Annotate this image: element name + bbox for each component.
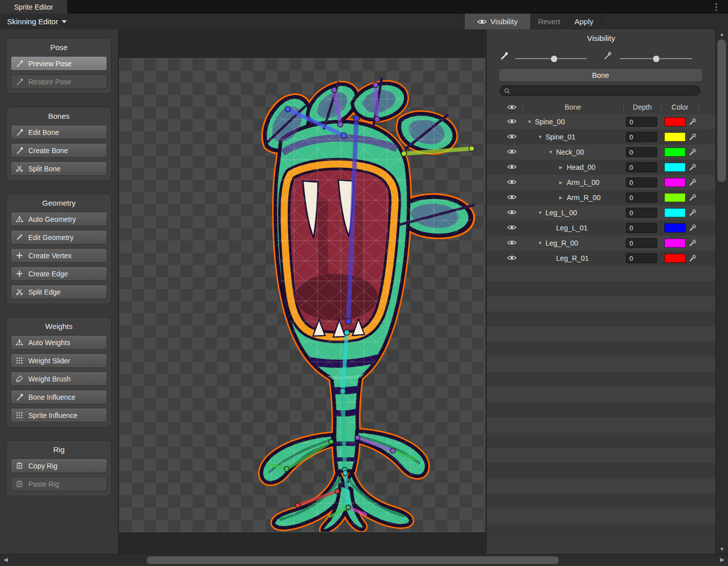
bone-opacity-slider[interactable] xyxy=(515,58,587,59)
tool-section-bones: Bones Edit Bone Create Bone Split Bone xyxy=(6,107,112,181)
paste-rig-button[interactable]: Paste Rig xyxy=(11,477,107,491)
slider-knob[interactable] xyxy=(652,55,660,63)
bone-row-head_00[interactable]: ▶ Head_00 xyxy=(487,160,716,175)
kebab-menu-icon[interactable]: ⋮ xyxy=(712,2,721,12)
eyedropper-icon[interactable] xyxy=(689,194,696,202)
eye-icon[interactable] xyxy=(507,133,517,141)
bone-color-swatch[interactable] xyxy=(664,117,686,126)
eyedropper-icon[interactable] xyxy=(689,164,696,171)
depth-input[interactable] xyxy=(626,117,657,127)
split-bone-button[interactable]: Split Bone xyxy=(11,161,107,176)
bone-influence-button[interactable]: Bone Influence xyxy=(11,390,107,404)
bone-color-swatch[interactable] xyxy=(664,163,686,172)
preview-pose-button[interactable]: Preview Pose xyxy=(11,56,107,71)
eye-icon[interactable] xyxy=(507,209,517,217)
scroll-down-icon[interactable]: ▼ xyxy=(716,546,728,552)
eye-icon[interactable] xyxy=(507,224,517,232)
mesh-opacity-slider[interactable] xyxy=(620,58,692,59)
eyedropper-icon[interactable] xyxy=(689,133,696,141)
eyedropper-icon[interactable] xyxy=(689,255,696,262)
depth-input[interactable] xyxy=(626,177,657,187)
bone-color-swatch[interactable] xyxy=(664,239,686,248)
empty-row xyxy=(487,493,716,508)
expander-icon[interactable]: ▶ xyxy=(559,195,567,200)
bone-row-neck_00[interactable]: ▼ Neck_00 xyxy=(487,145,716,160)
bone-tab[interactable]: Bone xyxy=(499,69,702,81)
expander-icon[interactable]: ▶ xyxy=(559,165,567,170)
expander-icon[interactable]: ▼ xyxy=(549,150,556,155)
eye-icon[interactable] xyxy=(507,148,517,156)
bone-row-leg_l_00[interactable]: ▼ Leg_L_00 xyxy=(487,205,716,220)
copy-rig-button[interactable]: Copy Rig xyxy=(11,458,107,473)
eye-icon[interactable] xyxy=(507,178,517,186)
eyedropper-icon[interactable] xyxy=(689,209,696,217)
depth-input[interactable] xyxy=(626,162,657,172)
bone-color-swatch[interactable] xyxy=(664,132,686,142)
depth-input[interactable] xyxy=(626,132,657,142)
horizontal-scrollbar[interactable]: ◀ ▶ xyxy=(0,554,728,566)
weight-slider-button[interactable]: Weight Slider xyxy=(11,353,107,368)
apply-button[interactable]: Apply xyxy=(568,14,600,29)
eyedropper-icon[interactable] xyxy=(689,149,696,156)
split-edge-button[interactable]: Split Edge xyxy=(11,285,107,299)
depth-input[interactable] xyxy=(626,238,657,248)
scroll-up-icon[interactable]: ▲ xyxy=(716,31,728,37)
restore-pose-button[interactable]: Restore Pose xyxy=(11,74,107,89)
expander-icon[interactable]: ▼ xyxy=(538,210,545,215)
search-box[interactable] xyxy=(499,85,700,96)
mode-dropdown[interactable]: Skinning Editor xyxy=(4,14,70,29)
expander-icon[interactable]: ▶ xyxy=(559,180,567,185)
depth-input[interactable] xyxy=(626,147,657,157)
depth-input[interactable] xyxy=(626,193,657,203)
edit-geometry-button[interactable]: Edit Geometry xyxy=(11,230,107,245)
auto-geometry-button[interactable]: Auto Geometry xyxy=(11,212,107,226)
edit-bone-button[interactable]: Edit Bone xyxy=(11,125,107,139)
bone-row-spine_00[interactable]: ▼ Spine_00 xyxy=(487,114,716,129)
create-vertex-button[interactable]: Create Vertex xyxy=(11,248,107,263)
depth-input[interactable] xyxy=(626,208,657,218)
eyedropper-icon[interactable] xyxy=(689,224,696,232)
eye-icon[interactable] xyxy=(507,118,517,126)
horizontal-scrollbar-thumb[interactable] xyxy=(147,556,559,564)
bone-color-swatch[interactable] xyxy=(664,223,686,232)
search-input[interactable] xyxy=(513,86,696,95)
bone-row-leg_r_00[interactable]: ▼ Leg_R_00 xyxy=(487,235,716,251)
eye-icon[interactable] xyxy=(507,194,517,202)
eye-icon[interactable] xyxy=(507,239,517,247)
bone-influence-icon xyxy=(15,393,24,401)
bone-row-spine_01[interactable]: ▼ Spine_01 xyxy=(487,129,716,145)
eyedropper-icon[interactable] xyxy=(689,240,696,247)
depth-input[interactable] xyxy=(626,223,657,233)
eyedropper-icon[interactable] xyxy=(689,179,696,186)
scroll-left-icon[interactable]: ◀ xyxy=(4,556,8,563)
bone-color-swatch[interactable] xyxy=(664,208,686,217)
vertical-scrollbar[interactable]: ▲ ▼ xyxy=(715,29,728,554)
sprite-canvas[interactable] xyxy=(118,29,486,554)
bone-row-leg_l_01[interactable]: Leg_L_01 xyxy=(487,220,716,235)
depth-input[interactable] xyxy=(626,253,657,263)
bone-color-swatch[interactable] xyxy=(664,178,686,187)
sprite-influence-button[interactable]: Sprite Influence xyxy=(11,408,107,422)
bone-row-arm_r_00[interactable]: ▶ Arm_R_00 xyxy=(487,190,716,205)
revert-button[interactable]: Revert xyxy=(530,14,568,29)
create-bone-button[interactable]: Create Bone xyxy=(11,143,107,158)
auto-weights-button[interactable]: Auto Weights xyxy=(11,335,107,350)
create-edge-button[interactable]: Create Edge xyxy=(11,266,107,281)
eyedropper-icon[interactable] xyxy=(689,118,696,126)
tab-sprite-editor[interactable]: Sprite Editor xyxy=(0,0,67,14)
weight-brush-button[interactable]: Weight Brush xyxy=(11,371,107,386)
bone-row-leg_r_01[interactable]: Leg_R_01 xyxy=(487,251,716,266)
expander-icon[interactable]: ▼ xyxy=(527,119,535,124)
bone-color-swatch[interactable] xyxy=(664,254,686,263)
vertical-scrollbar-thumb[interactable] xyxy=(717,39,726,182)
expander-icon[interactable]: ▼ xyxy=(538,134,545,139)
expander-icon[interactable]: ▼ xyxy=(538,241,545,246)
visibility-toggle-button[interactable]: Visibility xyxy=(464,14,531,29)
eye-icon[interactable] xyxy=(507,254,517,262)
bone-color-swatch[interactable] xyxy=(664,193,686,202)
scroll-right-icon[interactable]: ▶ xyxy=(720,556,724,563)
bone-color-swatch[interactable] xyxy=(664,148,686,157)
bone-row-arm_l_00[interactable]: ▶ Arm_L_00 xyxy=(487,175,716,190)
eye-icon[interactable] xyxy=(507,163,517,171)
slider-knob[interactable] xyxy=(550,55,558,63)
